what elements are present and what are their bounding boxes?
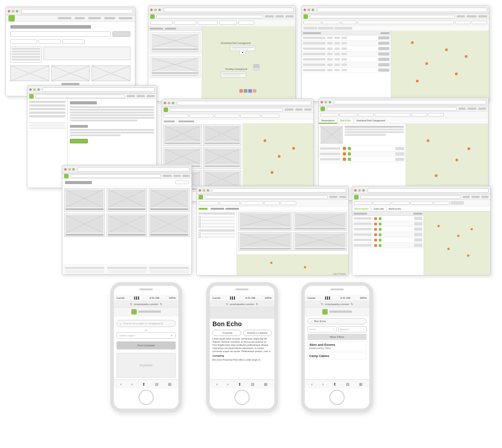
r8-4[interactable] <box>294 232 347 251</box>
r8-1[interactable] <box>238 212 292 231</box>
park-type[interactable] <box>198 21 218 25</box>
more-filters-btn-3[interactable]: More Filters <box>307 334 367 340</box>
f8-5[interactable] <box>281 201 296 205</box>
filter-3[interactable] <box>62 39 85 44</box>
share-icon-3[interactable]: ⬆ <box>333 382 337 387</box>
search-8[interactable] <box>205 195 328 199</box>
filter-2[interactable] <box>39 39 61 44</box>
r8-2[interactable] <box>294 212 347 231</box>
f3-depart[interactable] <box>322 21 340 24</box>
f6-3[interactable] <box>358 113 374 116</box>
date-to[interactable] <box>174 21 196 25</box>
location[interactable] <box>238 21 254 25</box>
fav-6[interactable] <box>149 214 190 237</box>
tab-reservations[interactable]: Reservations <box>319 118 338 124</box>
search-button[interactable] <box>113 31 130 37</box>
phone-search-1[interactable]: ⌕ Search for a park or campground <box>117 320 176 327</box>
tabs-icon-1[interactable]: ⊞ <box>168 382 172 387</box>
f6-2[interactable] <box>339 113 357 116</box>
search-3[interactable] <box>310 15 455 18</box>
f5-1[interactable] <box>164 114 188 118</box>
forward-icon-2[interactable]: › <box>227 382 229 387</box>
f9-btn[interactable] <box>450 201 464 205</box>
park-search-3[interactable]: ⌕ Bon Echo <box>307 318 367 324</box>
f3-park[interactable] <box>358 21 454 24</box>
forward-icon-3[interactable]: › <box>322 382 324 387</box>
sort-dropdown-7[interactable] <box>175 181 189 184</box>
bookmarks-icon-2[interactable]: ⊟ <box>251 382 255 387</box>
amenity[interactable] <box>219 21 237 25</box>
phone-3-screen: Carrier ▌▌▌ 9:41 AM 100% ↻ ontarioparks.… <box>305 295 369 388</box>
f9-2[interactable] <box>373 201 391 205</box>
fav-4[interactable] <box>64 214 105 237</box>
bookmarks-icon-1[interactable]: ⊟ <box>155 382 159 387</box>
search-input[interactable] <box>10 31 111 37</box>
region-select-1[interactable]: Select region ▼ <box>117 332 176 339</box>
result-item-1-3[interactable]: Abes and Essens Backcountry Sites <box>307 341 367 351</box>
bookmarks-icon-3[interactable]: ⊟ <box>346 382 350 387</box>
back-icon-1[interactable]: ‹ <box>121 382 122 387</box>
grid-item-2[interactable] <box>203 125 242 146</box>
reserve-btn-2[interactable]: Reserve a Campsite <box>243 330 272 336</box>
f9-4[interactable] <box>411 201 433 205</box>
fav-1[interactable] <box>64 188 105 212</box>
tab-9-3[interactable]: Backcountry <box>386 207 403 211</box>
search-4[interactable] <box>35 95 125 98</box>
f5-5[interactable] <box>261 114 279 118</box>
filter-1[interactable] <box>10 39 37 44</box>
departure-field-3[interactable]: Departure ▼ <box>338 326 367 332</box>
f8-2[interactable] <box>220 201 240 205</box>
result-item-2-3[interactable]: Camp Cabins <box>307 353 367 359</box>
park-card-1[interactable] <box>150 32 200 54</box>
f3-type[interactable] <box>455 21 471 24</box>
f9-3[interactable] <box>392 201 410 205</box>
f5-3[interactable] <box>215 114 239 118</box>
f3-date[interactable] <box>303 21 321 24</box>
arrival-field-3[interactable]: Arrival ▼ <box>307 326 337 332</box>
f8-4[interactable] <box>264 201 280 205</box>
f5-2[interactable] <box>189 114 214 118</box>
grid-item-1[interactable] <box>163 125 202 146</box>
sf-cal[interactable] <box>303 27 317 30</box>
sf-list[interactable] <box>318 27 333 30</box>
tab-9-2[interactable]: Gold Lake <box>371 207 386 211</box>
find-campsite-btn-1[interactable]: Find Campsite <box>117 341 176 349</box>
back-icon-2[interactable]: ‹ <box>216 382 218 387</box>
f6-5[interactable] <box>411 113 427 116</box>
tab-northland[interactable]: Northland Park Campground <box>354 118 388 124</box>
park-name-2: Bon Echo <box>212 320 272 328</box>
f6-4[interactable] <box>375 113 411 116</box>
grid-item-4[interactable] <box>203 147 242 169</box>
tabs-icon-3[interactable]: ⊞ <box>359 382 363 387</box>
f3-loc[interactable] <box>341 21 357 24</box>
forward-icon-1[interactable]: › <box>131 382 133 387</box>
f8-3[interactable] <box>241 201 263 205</box>
search-5[interactable] <box>170 108 283 112</box>
search-6[interactable] <box>327 107 457 111</box>
f5-4[interactable] <box>240 114 260 118</box>
f9-1[interactable] <box>354 201 372 205</box>
tab-9-1[interactable]: Reservations <box>352 207 371 211</box>
search-bar-2[interactable] <box>156 15 263 18</box>
tab-bon-echo[interactable]: Bon Echo <box>338 118 354 124</box>
favourite-btn-2[interactable]: ♡ Favourite <box>212 330 241 336</box>
fav-5[interactable] <box>107 214 147 237</box>
sf-map[interactable] <box>334 27 352 30</box>
share-icon-1[interactable]: ⬆ <box>142 382 146 387</box>
f8-1[interactable] <box>199 201 219 205</box>
f9-5[interactable] <box>434 201 450 205</box>
date-from[interactable] <box>150 21 173 25</box>
back-icon-3[interactable]: ‹ <box>312 382 313 387</box>
f6-1[interactable] <box>320 113 338 116</box>
search-9[interactable] <box>360 195 461 199</box>
reserve-btn-4[interactable] <box>70 139 88 143</box>
f3-equip[interactable] <box>472 21 487 24</box>
tabs-icon-2[interactable]: ⊞ <box>264 382 268 387</box>
f6-6[interactable] <box>428 113 444 116</box>
fav-3[interactable] <box>149 188 190 212</box>
fav-2[interactable] <box>107 188 147 212</box>
r8-3[interactable] <box>238 232 292 251</box>
share-icon-2[interactable]: ⬆ <box>238 382 242 387</box>
search-7[interactable] <box>70 174 161 178</box>
park-card-2[interactable] <box>150 56 200 78</box>
